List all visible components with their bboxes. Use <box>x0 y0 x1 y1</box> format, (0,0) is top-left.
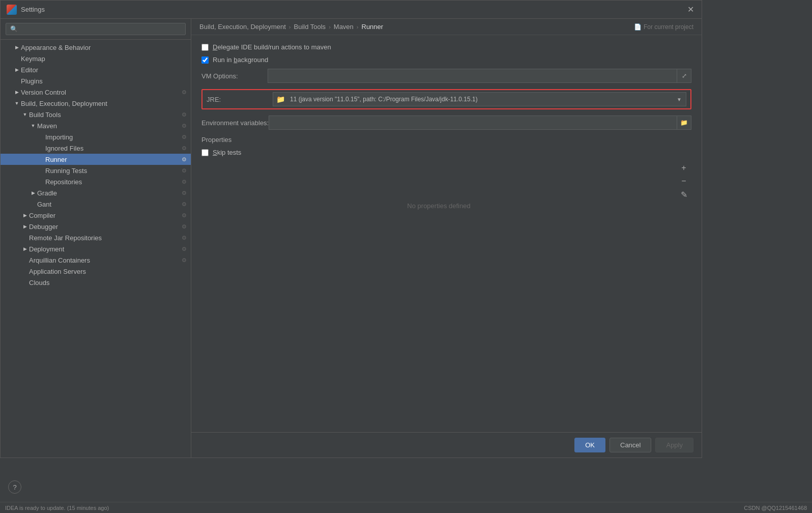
breadcrumb-part-1[interactable]: Build, Execution, Deployment <box>199 23 286 31</box>
arrow-icon <box>37 166 45 175</box>
skip-tests-label[interactable]: Skip tests <box>213 149 241 156</box>
sidebar-item-appearance[interactable]: ▶ Appearance & Behavior <box>1 42 191 53</box>
sidebar-item-label: Version Control <box>21 89 180 96</box>
sidebar-item-editor[interactable]: ▶ Editor <box>1 64 191 75</box>
sidebar-item-label: Clouds <box>29 279 187 287</box>
vm-options-row: VM Options: ⤢ <box>201 69 691 83</box>
gear-icon: ⚙ <box>182 235 187 241</box>
app-icon <box>7 5 17 15</box>
sidebar-item-gant[interactable]: Gant ⚙ <box>1 198 191 210</box>
window-body: ▶ Appearance & Behavior Keymap ▶ Editor … <box>1 19 702 458</box>
sidebar-item-build-execution[interactable]: ▼ Build, Execution, Deployment <box>1 98 191 109</box>
sidebar-item-debugger[interactable]: ▶ Debugger ⚙ <box>1 221 191 232</box>
edit-property-button[interactable]: ✎ <box>678 189 689 200</box>
properties-area: No properties defined <box>201 161 676 314</box>
env-vars-input[interactable] <box>269 116 677 130</box>
sidebar-item-deployment[interactable]: ▶ Deployment ⚙ <box>1 243 191 254</box>
arrow-icon: ▶ <box>13 88 21 96</box>
sidebar-item-version-control[interactable]: ▶ Version Control ⚙ <box>1 87 191 98</box>
breadcrumb-project: 📄 For current project <box>634 23 693 31</box>
arrow-icon <box>21 234 29 242</box>
sidebar-item-label: Plugins <box>21 77 187 85</box>
background-label[interactable]: Run in background <box>213 56 268 64</box>
gear-icon: ⚙ <box>182 212 187 219</box>
sidebar-item-plugins[interactable]: Plugins <box>1 75 191 87</box>
sidebar-item-arquillian[interactable]: Arquillian Containers ⚙ <box>1 254 191 266</box>
gear-icon: ⚙ <box>182 190 187 196</box>
ok-button[interactable]: OK <box>574 438 605 452</box>
vm-options-expand-button[interactable]: ⤢ <box>677 69 691 83</box>
arrow-icon <box>21 256 29 264</box>
sidebar-item-label: Deployment <box>29 245 180 253</box>
arrow-icon: ▶ <box>21 211 29 219</box>
arrow-icon: ▼ <box>21 110 29 119</box>
close-button[interactable]: ✕ <box>685 5 695 15</box>
properties-container: No properties defined + − ✎ <box>201 161 691 314</box>
arrow-icon: ▶ <box>13 43 21 51</box>
breadcrumb-part-3[interactable]: Maven <box>334 23 354 31</box>
arrow-icon: ▶ <box>13 66 21 74</box>
breadcrumb-sep-1: › <box>289 24 291 30</box>
delegate-label[interactable]: Delegate IDE build/run actions to maven <box>213 43 331 51</box>
sidebar-item-label: Application Servers <box>29 268 187 275</box>
apply-button[interactable]: Apply <box>655 438 693 452</box>
sidebar-item-maven[interactable]: ▼ Maven ⚙ <box>1 120 191 131</box>
add-property-button[interactable]: + <box>678 162 689 174</box>
sidebar-item-label: Importing <box>45 133 180 141</box>
cancel-button[interactable]: Cancel <box>610 438 651 452</box>
window-title: Settings <box>21 6 45 13</box>
properties-toolbar: + − ✎ <box>676 161 691 314</box>
vm-options-input[interactable] <box>268 69 677 83</box>
status-left: IDEA is ready to update. (15 minutes ago… <box>5 505 109 511</box>
sidebar-item-gradle[interactable]: ▶ Gradle ⚙ <box>1 187 191 198</box>
background-checkbox-row: Run in background <box>201 56 691 64</box>
sidebar-item-compiler[interactable]: ▶ Compiler ⚙ <box>1 210 191 221</box>
title-bar-left: Settings <box>7 5 45 15</box>
main-content: Build, Execution, Deployment › Build Too… <box>191 19 702 458</box>
delegate-checkbox[interactable] <box>201 44 209 51</box>
title-bar: Settings ✕ <box>1 1 702 19</box>
gear-icon: ⚙ <box>182 134 187 140</box>
sidebar-item-label: Remote Jar Repositories <box>29 234 180 242</box>
breadcrumb-part-2[interactable]: Build Tools <box>294 23 326 31</box>
env-vars-row: Environment variables: 📁 <box>201 116 691 130</box>
env-vars-folder-button[interactable]: 📁 <box>677 116 691 130</box>
gear-icon: ⚙ <box>182 246 187 252</box>
settings-panel: Delegate IDE build/run actions to maven … <box>191 35 702 432</box>
tree: ▶ Appearance & Behavior Keymap ▶ Editor … <box>1 40 191 458</box>
arrow-icon: ▶ <box>29 189 37 197</box>
skip-tests-row: Skip tests <box>201 149 691 156</box>
gear-icon: ⚙ <box>182 156 187 163</box>
help-button[interactable]: ? <box>8 480 21 494</box>
bottom-bar: OK Cancel Apply <box>191 432 702 458</box>
skip-tests-checkbox[interactable] <box>201 149 209 156</box>
gear-icon: ⚙ <box>182 223 187 230</box>
sidebar-item-runner[interactable]: Runner ⚙ <box>1 154 191 165</box>
arrow-icon <box>29 200 37 208</box>
breadcrumb: Build, Execution, Deployment › Build Too… <box>191 19 702 35</box>
jre-select-wrapper: 📁 11 (java version "11.0.15", path: C:/P… <box>273 92 686 106</box>
background-checkbox[interactable] <box>201 56 209 64</box>
search-input[interactable] <box>6 23 186 35</box>
sidebar-item-build-tools[interactable]: ▼ Build Tools ⚙ <box>1 109 191 120</box>
arrow-icon: ▼ <box>13 99 21 107</box>
sidebar-item-label: Arquillian Containers <box>29 256 180 264</box>
sidebar-item-keymap[interactable]: Keymap <box>1 53 191 64</box>
gear-icon: ⚙ <box>182 179 187 185</box>
sidebar-item-running-tests[interactable]: Running Tests ⚙ <box>1 165 191 176</box>
sidebar-item-clouds[interactable]: Clouds <box>1 277 191 288</box>
sidebar: ▶ Appearance & Behavior Keymap ▶ Editor … <box>1 19 191 458</box>
sidebar-item-repositories[interactable]: Repositories ⚙ <box>1 176 191 187</box>
jre-select[interactable]: 11 (java version "11.0.15", path: C:/Pro… <box>288 96 673 103</box>
remove-property-button[interactable]: − <box>678 176 689 187</box>
breadcrumb-current: Runner <box>362 23 384 31</box>
sidebar-item-label: Runner <box>45 156 180 163</box>
sidebar-item-importing[interactable]: Importing ⚙ <box>1 131 191 142</box>
project-label: For current project <box>644 23 693 31</box>
sidebar-item-remote-jar[interactable]: Remote Jar Repositories ⚙ <box>1 232 191 243</box>
arrow-icon <box>37 155 45 163</box>
sidebar-item-app-servers[interactable]: Application Servers <box>1 266 191 277</box>
arrow-icon: ▼ <box>29 122 37 130</box>
sidebar-item-ignored-files[interactable]: Ignored Files ⚙ <box>1 142 191 154</box>
breadcrumb-sep-3: › <box>357 24 359 30</box>
